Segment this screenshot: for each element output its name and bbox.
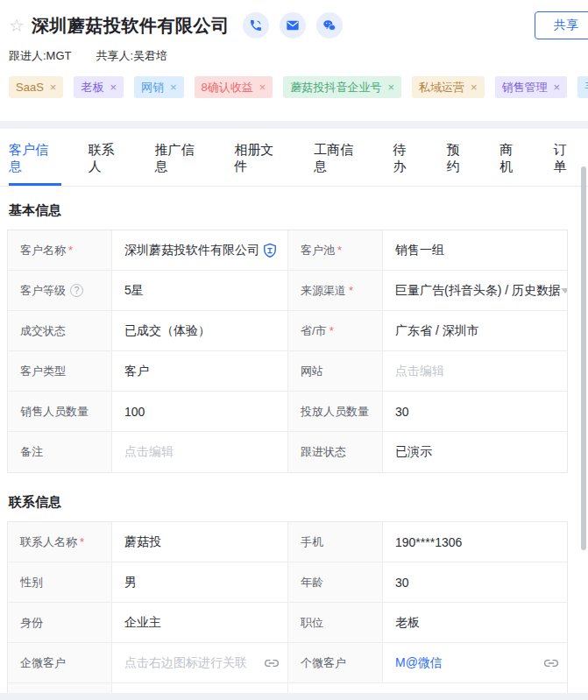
tab-business-info[interactable]: 工商信息	[314, 129, 366, 186]
sharer-info: 共享人:吴君培	[96, 48, 168, 64]
field-value-deal-status[interactable]: 已成交（体验）	[112, 311, 288, 351]
page-title: 深圳蘑菇投软件有限公司	[32, 14, 230, 38]
tab-album-files[interactable]: 相册文件	[234, 129, 287, 186]
field-label-deal-status: 成交状态	[8, 311, 112, 351]
vertical-scrollbar[interactable]	[581, 166, 586, 550]
tag-label: 蘑菇投抖音企业号	[290, 80, 381, 95]
field-value-identity[interactable]: 企业主	[112, 603, 288, 643]
tag-close-icon[interactable]: ×	[50, 81, 57, 94]
main-content: 基本信息 客户名称* 深圳蘑菇投软件有限公司 客户池* 销售一组 客户等级? 5…	[0, 202, 588, 700]
tab-orders[interactable]: 订单	[553, 129, 579, 186]
field-value-website[interactable]: 点击编辑	[383, 351, 567, 392]
tag-label: 手机租	[584, 80, 588, 95]
field-value-sales-count[interactable]: 100	[112, 392, 288, 432]
field-value-customer-name[interactable]: 深圳蘑菇投软件有限公司	[112, 230, 288, 271]
field-label-follow-status: 跟进状态	[288, 432, 383, 472]
tab-appointment[interactable]: 预约	[446, 129, 472, 186]
required-mark: *	[349, 284, 353, 297]
share-button[interactable]: 共享	[535, 11, 588, 39]
field-label-remark: 备注	[8, 432, 112, 472]
field-label-sales-count: 销售人员数量	[8, 392, 112, 432]
field-value-contact-name[interactable]: 蘑菇投	[112, 522, 288, 562]
field-label-ad-staff-count: 投放人员数量	[288, 392, 383, 432]
link-icon[interactable]	[265, 656, 279, 670]
tag-label: 私域运营	[419, 80, 464, 95]
field-label-wechat-customer: 个微客户	[288, 643, 383, 683]
field-label-source-channel: 来源渠道*	[288, 271, 383, 311]
tab-customer-info[interactable]: 客户信息	[9, 129, 61, 186]
tab-bar: 客户信息 联系人 推广信息 相册文件 工商信息 待办 预约 商机 订单	[0, 129, 588, 187]
chevron-down-icon[interactable]	[561, 288, 567, 293]
field-value-mobile[interactable]: 190****1306	[383, 522, 567, 562]
contact-info-table: 联系人名称* 蘑菇投 手机 190****1306 性别 男 年龄 30 身份 …	[7, 521, 568, 700]
tag: 私域运营×	[412, 76, 485, 98]
required-mark: *	[329, 324, 334, 337]
tag-list: SaaS× 老板× 网销× 8确认收益× 蘑菇投抖音企业号× 私域运营× 销售管…	[0, 76, 588, 99]
tag-close-icon[interactable]: ×	[471, 81, 478, 94]
tag-label: SaaS	[16, 81, 44, 94]
field-value-ad-staff-count[interactable]: 30	[383, 392, 567, 432]
email-button[interactable]	[280, 12, 306, 39]
tag: 8确认收益×	[195, 76, 273, 98]
field-value-age[interactable]: 30	[383, 562, 567, 603]
basic-info-table: 客户名称* 深圳蘑菇投软件有限公司 客户池* 销售一组 客户等级? 5星 来源渠…	[7, 230, 568, 473]
tab-promotion-info[interactable]: 推广信息	[154, 129, 207, 186]
tag-label: 8确认收益	[202, 80, 253, 95]
field-value-province-city[interactable]: 广东省 / 深圳市	[383, 311, 567, 351]
tag-close-icon[interactable]: ×	[170, 81, 177, 94]
field-value-customer-level[interactable]: 5星	[112, 271, 288, 311]
link-icon[interactable]	[544, 656, 558, 670]
phone-icon	[249, 18, 263, 32]
field-value-source-channel[interactable]: 巨量广告(抖音头条) / 历史数据	[383, 271, 567, 311]
field-value-position[interactable]: 老板	[383, 603, 567, 643]
field-label-gender: 性别	[8, 562, 112, 603]
tag-close-icon[interactable]: ×	[554, 81, 561, 94]
field-value-gender[interactable]: 男	[112, 562, 288, 603]
wechat-icon	[322, 18, 337, 32]
field-value-wechat-customer[interactable]: M@微信	[383, 643, 567, 683]
section-title-contact-info: 联系信息	[9, 494, 581, 511]
tag-label: 销售管理	[502, 80, 548, 95]
field-label-province-city: 省/市*	[288, 311, 383, 351]
field-value-wecom-customer[interactable]: 点击右边图标进行关联	[112, 643, 288, 683]
required-mark: *	[337, 244, 342, 257]
tag-close-icon[interactable]: ×	[259, 81, 266, 94]
shield-verify-icon[interactable]	[261, 242, 279, 259]
field-label-website: 网站	[288, 351, 383, 392]
field-label-contact-name: 联系人名称*	[8, 522, 112, 562]
tag-label: 网销	[141, 80, 164, 95]
tag-close-icon[interactable]: ×	[387, 81, 394, 94]
tag: 蘑菇投抖音企业号×	[283, 76, 401, 98]
required-mark: *	[68, 244, 73, 257]
field-value-remark[interactable]: 点击编辑	[112, 432, 288, 472]
header: ☆ 深圳蘑菇投软件有限公司	[0, 0, 588, 64]
field-label-customer-name: 客户名称*	[8, 230, 112, 271]
field-label-wecom-customer: 企微客户	[8, 643, 112, 683]
field-label-position: 职位	[288, 603, 383, 643]
tag: 手机租×	[577, 76, 588, 98]
wechat-button[interactable]	[316, 12, 343, 39]
field-label-mobile: 手机	[288, 522, 383, 562]
tab-todo[interactable]: 待办	[393, 129, 420, 186]
tag: 网销×	[134, 76, 184, 98]
field-value-customer-pool[interactable]: 销售一组	[383, 230, 567, 271]
page-bottom-band	[0, 693, 588, 700]
tag-label: 老板	[81, 80, 103, 95]
mail-icon	[286, 18, 300, 32]
tag-close-icon[interactable]: ×	[110, 81, 117, 94]
required-mark: *	[80, 535, 84, 548]
field-label-age: 年龄	[288, 562, 383, 603]
tab-contacts[interactable]: 联系人	[89, 129, 128, 186]
section-divider	[0, 121, 588, 129]
field-label-customer-level: 客户等级?	[8, 271, 112, 311]
tag: 销售管理×	[495, 76, 568, 98]
field-value-follow-status[interactable]: 已演示	[383, 432, 567, 472]
tab-opportunity[interactable]: 商机	[499, 129, 526, 186]
tag: 老板×	[74, 76, 124, 98]
field-label-identity: 身份	[8, 603, 112, 643]
section-title-basic-info: 基本信息	[9, 202, 581, 219]
phone-call-button[interactable]	[243, 12, 269, 39]
field-value-customer-type[interactable]: 客户	[112, 351, 288, 392]
help-icon[interactable]: ?	[70, 284, 83, 297]
star-icon[interactable]: ☆	[9, 17, 25, 34]
